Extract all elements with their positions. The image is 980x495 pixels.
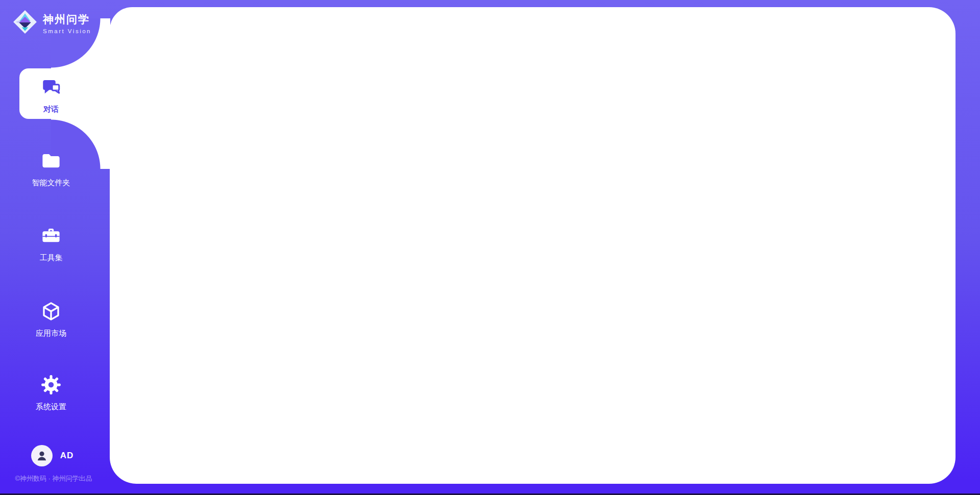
sidebar-item-tools[interactable]: 工具集 <box>0 225 102 263</box>
avatar <box>31 445 53 466</box>
user-initials: AD <box>60 451 74 461</box>
brand-name: 神州问学 <box>43 12 91 27</box>
chat-icon <box>40 77 62 100</box>
brand-subtitle: Smart Vision <box>43 28 91 34</box>
user-profile[interactable]: AD <box>0 445 105 466</box>
main-panel <box>110 7 955 484</box>
sidebar-item-label: 应用市场 <box>36 329 66 338</box>
sidebar-item-label: 工具集 <box>40 253 63 263</box>
gear-icon <box>40 374 62 398</box>
sidebar-item-chat[interactable]: 对话 <box>0 77 102 114</box>
sidebar-item-label: 系统设置 <box>36 402 66 412</box>
folder-icon <box>40 150 62 174</box>
sidebar-item-apps[interactable]: 应用市场 <box>0 301 102 338</box>
sidebar-item-label: 智能文件夹 <box>32 178 70 188</box>
app-logo: 神州问学 Smart Vision <box>12 9 91 37</box>
sidebar-footer: ©神州数码 · 神州问学出品 <box>0 474 107 483</box>
cube-icon <box>40 301 62 324</box>
sidebar-item-folders[interactable]: 智能文件夹 <box>0 150 102 188</box>
toolbox-icon <box>40 225 62 249</box>
brand-diamond-icon <box>12 9 38 37</box>
sidebar-item-label: 对话 <box>43 105 59 114</box>
sidebar-item-settings[interactable]: 系统设置 <box>0 374 102 412</box>
